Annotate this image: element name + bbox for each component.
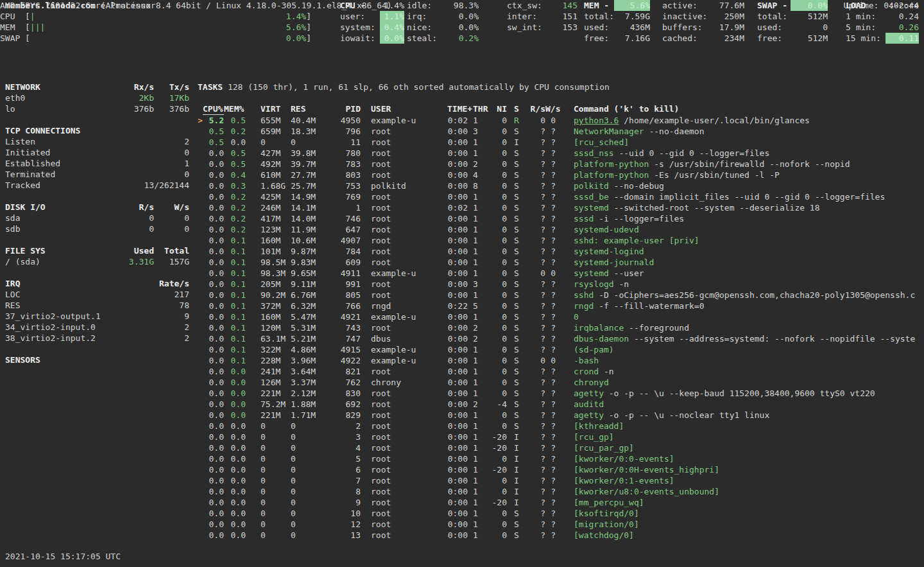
- process-row[interactable]: 0.00.1372M6.32M766rngd0:2250S??rngd -f -…: [198, 301, 924, 311]
- process-row[interactable]: 0.00.2123M11.9M647root0:0010S??systemd-u…: [198, 224, 924, 235]
- cpu-cell: 0.0: [203, 442, 224, 453]
- thr-cell: 2: [468, 159, 492, 170]
- sidebar-value2: 17Kb: [154, 92, 189, 103]
- section-col2: [154, 125, 189, 136]
- selection-cursor: [198, 388, 203, 399]
- process-row[interactable]: 0.00.0003root0:001-20I??[rcu_gp]: [198, 432, 924, 442]
- process-row[interactable]: >5.20.5655M40.4M4950example-u0:0210R00py…: [198, 115, 924, 126]
- res-cell: 14.0M: [291, 213, 321, 224]
- command-name: systemd: [574, 268, 609, 278]
- write-cell: ?: [545, 377, 556, 388]
- selection-cursor: [198, 322, 203, 333]
- selection-cursor: [198, 191, 203, 202]
- virt-cell: 205M: [246, 279, 291, 290]
- time-cell: 0:00: [447, 224, 468, 235]
- process-row[interactable]: 0.00.0241M3.64M821root0:0010S??crond -n: [198, 366, 924, 377]
- nice-cell: 0: [492, 279, 507, 290]
- write-cell: ?: [545, 202, 556, 213]
- cpu-cell: 0.0: [203, 268, 224, 279]
- process-row[interactable]: 0.00.0004root0:001-20I??[rcu_par_gp]: [198, 442, 924, 453]
- nice-cell: 0: [492, 301, 507, 311]
- write-cell: ?: [545, 213, 556, 224]
- process-row[interactable]: 0.00.1101M9.87M784root0:0010S??systemd-l…: [198, 246, 924, 257]
- process-row[interactable]: 0.00.00010root0:0010S??[ksoftirqd/0]: [198, 508, 924, 519]
- process-row[interactable]: 0.00.0009root0:001-20I??[mm_percpu_wq]: [198, 497, 924, 508]
- process-row[interactable]: 0.00.1205M9.11M991root0:0030S??rsyslogd …: [198, 279, 924, 290]
- user-cell: root: [361, 475, 447, 486]
- process-row[interactable]: 0.00.0006root0:001-20I??[kworker/0:0H-ev…: [198, 464, 924, 475]
- gauge-bar: |||: [30, 22, 45, 33]
- read-cell: ?: [521, 421, 545, 432]
- process-row[interactable]: 0.00.0007root0:0010I??[kworker/0:1-event…: [198, 475, 924, 486]
- section-header: FILE SYSUsedTotal: [5, 245, 189, 256]
- process-row[interactable]: 0.00.1228M3.96M4922example-u0:0010S00-ba…: [198, 355, 924, 366]
- process-row[interactable]: 0.00.0008root0:0010I??[kworker/u8:0-even…: [198, 486, 924, 497]
- process-row[interactable]: 0.00.1322M4.86M4915example-u0:0010S??(sd…: [198, 344, 924, 355]
- virt-cell: 659M: [246, 126, 291, 137]
- time-cell: 0:00: [447, 257, 468, 268]
- process-row[interactable]: 0.00.198.3M9.65M4911example-u0:0010S00sy…: [198, 268, 924, 279]
- process-row[interactable]: 0.00.198.5M9.83M609root0:0010S??systemd-…: [198, 257, 924, 268]
- user-cell: root: [361, 159, 447, 170]
- process-row[interactable]: 0.00.2246M14.1M1root0:0210S??systemd --s…: [198, 202, 924, 213]
- state-cell: S: [507, 290, 521, 301]
- pid-cell: 4907: [321, 235, 361, 246]
- process-row[interactable]: 0.00.1160M10.6M4907root0:0010S??sshd: ex…: [198, 235, 924, 246]
- stat-value: 153: [547, 22, 578, 33]
- user-cell: root: [361, 224, 447, 235]
- thr-cell: 1: [468, 388, 492, 399]
- process-row[interactable]: 0.00.00013root0:0010S??[watchdog/0]: [198, 530, 924, 541]
- process-row[interactable]: 0.00.0126M3.37M762chrony0:0010S??chronyd: [198, 377, 924, 388]
- col-cpu-sort[interactable]: CPU%: [203, 103, 224, 115]
- res-cell: 0: [291, 137, 321, 148]
- process-row[interactable]: 0.00.5492M39.7M783root0:0020S??platform-…: [198, 159, 924, 170]
- stat-row: LOAD4-core: [846, 0, 919, 11]
- process-row[interactable]: 0.00.075.2M1.88M692root0:002-4S??auditd: [198, 399, 924, 410]
- process-row[interactable]: 0.00.2417M14.0M746root0:0010S??sssd -i -…: [198, 213, 924, 224]
- col-pid: PID: [321, 103, 361, 115]
- sidebar-value1: 0: [108, 223, 154, 234]
- mem-cell: 0.0: [224, 486, 246, 497]
- user-cell: root: [361, 464, 447, 475]
- write-cell: ?: [545, 486, 556, 497]
- process-row[interactable]: 0.00.0005root0:0010I??[kworker/0:0-event…: [198, 453, 924, 464]
- gauge-label: MEM: [0, 22, 25, 33]
- sidebar-row: Established1: [5, 158, 189, 169]
- section-title: DISK I/O: [5, 202, 108, 213]
- command-name: rsyslogd: [574, 279, 614, 289]
- process-row[interactable]: 0.00.190.2M6.76M805root0:0010S??sshd -D …: [198, 290, 924, 301]
- virt-cell: 0: [246, 530, 291, 541]
- sidebar-row: / (sda)3.31G157G: [5, 256, 189, 267]
- state-cell: I: [507, 442, 521, 453]
- cpu-cell: 0.0: [203, 508, 224, 519]
- process-row[interactable]: 0.00.5427M39.8M780root0:0010S??sssd_nss …: [198, 148, 924, 159]
- res-cell: 2.12M: [291, 388, 321, 399]
- res-cell: 0: [291, 453, 321, 464]
- res-cell: 1.88M: [291, 399, 321, 410]
- process-row[interactable]: 0.00.1160M5.47M4921example-u0:0010S??0: [198, 311, 924, 322]
- process-row[interactable]: 0.50.00011root0:0010I??[rcu_sched]: [198, 137, 924, 148]
- thr-cell: 1: [468, 497, 492, 508]
- process-row[interactable]: 0.00.163.1M5.21M747dbus0:0020S??dbus-dae…: [198, 333, 924, 344]
- process-row[interactable]: 0.00.0221M1.71M829root0:0010S??agetty -o…: [198, 410, 924, 421]
- cpu-cell: 0.5: [203, 137, 224, 148]
- read-cell: ?: [521, 235, 545, 246]
- process-row[interactable]: 0.00.0221M2.12M830root0:0010S??agetty -o…: [198, 388, 924, 399]
- read-cell: ?: [521, 246, 545, 257]
- process-row[interactable]: 0.00.4610M27.7M803root0:0040S??platform-…: [198, 170, 924, 180]
- sidebar-item-name: Terminated: [5, 169, 108, 180]
- process-row[interactable]: 0.50.2659M18.3M796root0:0030S??NetworkMa…: [198, 126, 924, 137]
- process-row[interactable]: 0.00.1120M5.31M743root0:0020S??irqbalanc…: [198, 322, 924, 333]
- stat-value: 0.26: [886, 22, 919, 33]
- process-row[interactable]: 0.00.0002root0:0010S??[kthreadd]: [198, 421, 924, 432]
- process-row[interactable]: 0.00.00012root0:0010S??[migration/0]: [198, 519, 924, 530]
- time-cell: 0:00: [447, 235, 468, 246]
- stat-row: MEM -5.6%active:77.6M: [584, 0, 744, 11]
- command-name: [rcu_sched]: [574, 137, 629, 147]
- process-row[interactable]: 0.00.31.68G25.7M753polkitd0:0080S??polki…: [198, 180, 924, 191]
- user-cell: root: [361, 235, 447, 246]
- process-row[interactable]: 0.00.2425M14.9M769root0:0010S??sssd_be -…: [198, 191, 924, 202]
- selection-cursor: [198, 180, 203, 191]
- time-cell: 0:00: [447, 311, 468, 322]
- selection-cursor: [198, 126, 203, 137]
